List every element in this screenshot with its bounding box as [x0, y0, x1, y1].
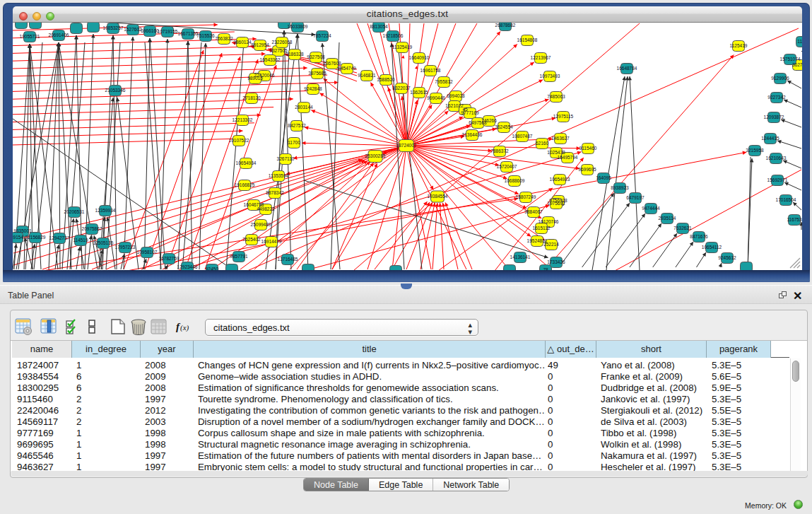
svg-text:18724007: 18724007: [396, 143, 417, 148]
svg-text:6966160: 6966160: [141, 28, 159, 33]
svg-text:9327508: 9327508: [307, 54, 325, 59]
svg-text:9474444: 9474444: [642, 206, 660, 211]
svg-text:10654923: 10654923: [550, 177, 570, 182]
svg-text:15720407: 15720407: [497, 164, 517, 169]
svg-text:12156829: 12156829: [25, 235, 46, 240]
svg-text:16120746: 16120746: [539, 219, 559, 224]
svg-text:10973493: 10973493: [540, 74, 560, 78]
svg-text:1125419: 1125419: [730, 43, 748, 48]
svg-text:9242848: 9242848: [304, 86, 322, 91]
svg-text:9327505: 9327505: [269, 48, 288, 53]
svg-text:13716485: 13716485: [278, 257, 298, 262]
svg-text:16640910: 16640910: [409, 55, 430, 60]
svg-text:6479197: 6479197: [626, 195, 645, 200]
svg-text:9146821: 9146821: [358, 73, 376, 78]
svg-text:16671355: 16671355: [178, 31, 199, 36]
svg-text:16154808: 16154808: [517, 37, 538, 42]
svg-text:7663822: 7663822: [215, 36, 233, 41]
svg-text:10958107: 10958107: [137, 250, 158, 255]
svg-text:25099489: 25099489: [251, 222, 271, 227]
svg-text:12923446: 12923446: [177, 264, 198, 269]
svg-text:7886372: 7886372: [490, 148, 509, 153]
svg-text:3624554: 3624554: [495, 124, 513, 129]
svg-text:8427512: 8427512: [288, 123, 306, 128]
svg-text:9699695: 9699695: [578, 167, 596, 172]
svg-text:12093872: 12093872: [764, 115, 784, 119]
svg-text:9860124: 9860124: [233, 40, 252, 45]
svg-text:21053346: 21053346: [105, 88, 126, 93]
svg-text:15692971: 15692971: [767, 177, 788, 182]
svg-text:1975692: 1975692: [547, 201, 565, 206]
svg-text:3875685: 3875685: [308, 71, 326, 76]
svg-text:9335001: 9335001: [13, 228, 32, 233]
svg-text:12213967: 12213967: [531, 55, 551, 60]
svg-text:4498222: 4498222: [257, 206, 275, 211]
svg-text:9990448: 9990448: [427, 95, 445, 100]
svg-text:12213302: 12213302: [233, 117, 253, 122]
svg-text:252214: 252214: [543, 242, 559, 247]
svg-text:746266: 746266: [481, 118, 497, 123]
svg-text:25300285: 25300285: [365, 153, 386, 158]
svg-text:8912954: 8912954: [251, 42, 269, 47]
svg-text:92450: 92450: [206, 267, 218, 270]
svg-text:17957223: 17957223: [115, 245, 136, 250]
svg-text:1615112: 1615112: [533, 226, 551, 230]
svg-text:1362615: 1362615: [410, 90, 428, 95]
svg-text:62160: 62160: [536, 141, 548, 146]
svg-text:16782759: 16782759: [159, 256, 180, 261]
svg-text:2718120: 2718120: [242, 95, 261, 100]
svg-text:12359934: 12359934: [95, 208, 116, 213]
svg-text:3267110: 3267110: [277, 156, 295, 161]
svg-text:10654112: 10654112: [702, 245, 722, 250]
svg-text:8938923: 8938923: [611, 185, 629, 190]
svg-text:9115460: 9115460: [579, 146, 597, 151]
svg-text:10654934: 10654934: [236, 160, 257, 165]
svg-text:3215958: 3215958: [746, 148, 764, 153]
svg-text:7515526: 7515526: [196, 33, 215, 38]
svg-text:17016504: 17016504: [776, 197, 796, 202]
svg-text:39154: 39154: [13, 235, 23, 240]
svg-text:9884067: 9884067: [524, 209, 543, 214]
svg-text:10688609: 10688609: [505, 178, 525, 183]
svg-text:12975115: 12975115: [553, 114, 574, 119]
svg-text:78: 78: [543, 267, 548, 270]
svg-text:21364436: 21364436: [462, 132, 483, 137]
svg-text:19384554: 19384554: [428, 194, 448, 199]
svg-text:16033809: 16033809: [288, 24, 308, 29]
svg-text:164095: 164095: [596, 175, 611, 180]
svg-text:20206531: 20206531: [64, 209, 85, 214]
svg-text:16961758: 16961758: [420, 68, 441, 73]
svg-text:2935114: 2935114: [659, 216, 676, 221]
svg-text:114519: 114519: [73, 238, 88, 243]
svg-text:11325419: 11325419: [392, 45, 413, 49]
svg-text:12942737: 12942737: [49, 235, 70, 240]
svg-text:9129906: 9129906: [771, 76, 789, 81]
svg-text:26878682: 26878682: [495, 23, 516, 28]
svg-text:11353594: 11353594: [269, 173, 289, 178]
svg-text:8471676: 8471676: [690, 234, 708, 239]
svg-text:2803144: 2803144: [295, 105, 313, 110]
svg-text:12505135: 12505135: [93, 240, 114, 245]
svg-text:1527602: 1527602: [124, 27, 142, 32]
svg-text:7485063: 7485063: [547, 94, 565, 99]
svg-text:19166825: 19166825: [235, 182, 255, 187]
svg-text:8813054: 8813054: [370, 24, 388, 29]
svg-text:2367608: 2367608: [323, 61, 341, 66]
svg-text:10853257: 10853257: [103, 25, 124, 30]
svg-text:16914479: 16914479: [261, 239, 282, 244]
svg-text:1733426: 1733426: [547, 259, 565, 264]
svg-text:1112: 1112: [797, 39, 802, 44]
svg-text:6994028: 6994028: [447, 93, 465, 98]
svg-text:1463627: 1463627: [551, 136, 570, 141]
svg-text:19218506: 19218506: [383, 33, 404, 38]
svg-text:10807487: 10807487: [512, 134, 533, 139]
svg-text:8322037: 8322037: [392, 86, 411, 90]
svg-text:989015: 989015: [247, 76, 263, 81]
svg-text:1244415: 1244415: [761, 136, 779, 141]
svg-text:7857224: 7857224: [313, 33, 331, 38]
svg-text:20691406: 20691406: [49, 33, 69, 37]
svg-text:14136141: 14136141: [510, 255, 531, 259]
svg-text:7625402: 7625402: [242, 237, 261, 242]
svg-text:8878342: 8878342: [266, 190, 284, 195]
svg-text:9227342: 9227342: [767, 95, 786, 100]
